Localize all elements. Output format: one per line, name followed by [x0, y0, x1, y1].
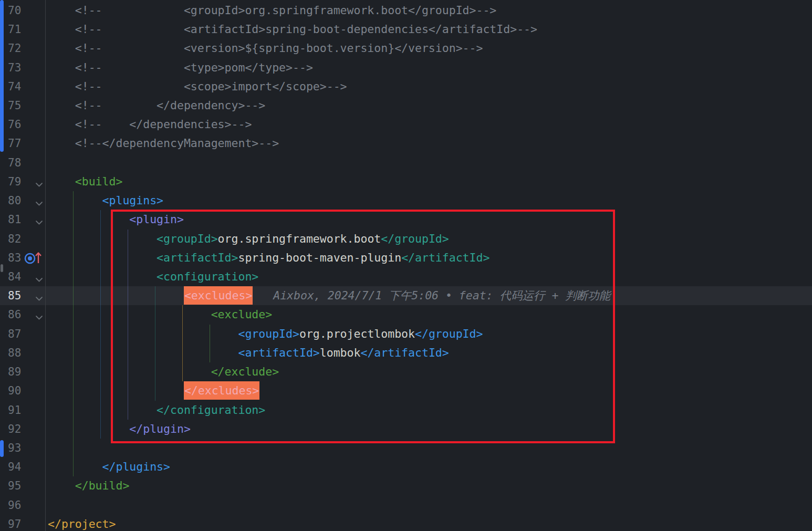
gutter[interactable]: 87: [0, 325, 46, 343]
code-line[interactable]: </exclude>: [48, 362, 279, 381]
gutter[interactable]: 90: [0, 381, 46, 400]
line-number: 77: [8, 134, 21, 153]
line-number: 94: [8, 457, 21, 476]
gutter[interactable]: 74: [0, 77, 46, 96]
editor-row: 90 </excludes>: [0, 381, 812, 400]
code-line[interactable]: <!-- <type>pom</type>-->: [48, 58, 313, 77]
gutter[interactable]: 95: [0, 476, 46, 495]
code-line[interactable]: <excludes> Aixbox, 2024/7/1 下午5:06 • fea…: [48, 286, 610, 305]
fold-chevron-icon[interactable]: [35, 180, 43, 190]
code-line[interactable]: </configuration>: [48, 401, 265, 420]
editor[interactable]: 70 <!-- <groupId>org.springframework.boo…: [0, 0, 812, 531]
gutter[interactable]: 75: [0, 96, 46, 115]
code-token: [48, 365, 211, 378]
gutter[interactable]: 83: [0, 248, 46, 267]
code-token: </plugin>: [129, 422, 191, 435]
gutter[interactable]: 85: [0, 286, 46, 305]
gutter[interactable]: 80: [0, 191, 46, 210]
gutter[interactable]: 94: [0, 457, 46, 476]
code-token: </artifactId>: [360, 346, 449, 359]
code-token: [48, 308, 211, 321]
gutter[interactable]: 82: [0, 230, 46, 248]
line-number: 79: [8, 172, 21, 191]
gutter[interactable]: 96: [0, 496, 46, 515]
code-token: [48, 232, 157, 245]
code-line[interactable]: </build>: [48, 476, 129, 495]
editor-row: 88 <artifactId>lombok</artifactId>: [0, 343, 812, 362]
line-number: 71: [8, 20, 21, 39]
code-line[interactable]: </plugin>: [48, 420, 191, 439]
line-number: 97: [8, 515, 21, 531]
editor-row: 94 </plugins>: [0, 457, 812, 476]
code-token: [48, 403, 157, 417]
code-token: [48, 194, 102, 207]
gutter[interactable]: 79: [0, 172, 46, 191]
gutter[interactable]: 76: [0, 115, 46, 134]
code-line[interactable]: </excludes>: [48, 381, 259, 400]
code-token: <!-- <scope>import</scope>-->: [48, 80, 347, 93]
code-token: <artifactId>: [238, 346, 319, 359]
code-line[interactable]: <groupId>org.projectlombok</groupId>: [48, 325, 483, 343]
code-line[interactable]: </project>: [48, 515, 116, 531]
code-token: <!-- </dependencies>-->: [48, 118, 252, 131]
code-line[interactable]: <!-- <artifactId>spring-boot-dependencie…: [48, 20, 537, 39]
code-line[interactable]: <!-- <version>${spring-boot.version}</ve…: [48, 39, 483, 58]
code-line[interactable]: <artifactId>lombok</artifactId>: [48, 343, 449, 362]
gutter[interactable]: 77: [0, 134, 46, 153]
code-line[interactable]: <!-- </dependencies>-->: [48, 115, 252, 134]
code-line[interactable]: <artifactId>spring-boot-maven-plugin</ar…: [48, 248, 490, 267]
code-token: <!-- </dependency>-->: [48, 99, 265, 112]
gutter[interactable]: 81: [0, 210, 46, 229]
line-number: 95: [8, 476, 21, 495]
gutter[interactable]: 93: [0, 439, 46, 457]
editor-row: 73 <!-- <type>pom</type>-->: [0, 58, 812, 77]
line-number: 80: [8, 191, 21, 210]
code-token: org.projectlombok: [299, 327, 415, 340]
code-line[interactable]: <plugins>: [48, 191, 163, 210]
gutter[interactable]: 73: [0, 58, 46, 77]
line-number: 91: [8, 401, 21, 420]
code-token: lombok: [320, 346, 361, 359]
navigate-up-gutter-icon[interactable]: [23, 248, 44, 269]
gutter[interactable]: 71: [0, 20, 46, 39]
editor-row: 87 <groupId>org.projectlombok</groupId>: [0, 325, 812, 343]
code-line[interactable]: <plugin>: [48, 210, 184, 229]
code-token: </build>: [75, 479, 130, 492]
gutter[interactable]: 88: [0, 343, 46, 362]
gutter[interactable]: 84: [0, 267, 46, 286]
gutter[interactable]: 70: [0, 1, 46, 20]
gutter[interactable]: 91: [0, 401, 46, 420]
code-token: <artifactId>: [157, 251, 238, 264]
code-line[interactable]: </plugins>: [48, 457, 170, 476]
code-token: [48, 251, 157, 264]
gutter[interactable]: 86: [0, 305, 46, 324]
code-line[interactable]: <groupId>org.springframework.boot</group…: [48, 230, 449, 248]
code-line[interactable]: <!-- <groupId>org.springframework.boot</…: [48, 1, 496, 20]
gutter[interactable]: 72: [0, 39, 46, 58]
fold-chevron-icon[interactable]: [35, 199, 43, 209]
code-token: <!-- <type>pom</type>-->: [48, 61, 313, 74]
code-line[interactable]: <!--</dependencyManagement>-->: [48, 134, 279, 153]
code-line[interactable]: <!-- <scope>import</scope>-->: [48, 77, 347, 96]
gutter[interactable]: 92: [0, 420, 46, 439]
fold-chevron-icon[interactable]: [35, 294, 43, 304]
gutter[interactable]: 89: [0, 362, 46, 381]
code-token: [48, 213, 129, 226]
editor-row: 70 <!-- <groupId>org.springframework.boo…: [0, 1, 812, 20]
code-token: </groupId>: [381, 232, 449, 245]
code-line[interactable]: <build>: [48, 172, 122, 191]
code-line[interactable]: <configuration>: [48, 267, 258, 286]
code-token: [48, 460, 102, 473]
gutter[interactable]: 78: [0, 153, 46, 172]
code-line[interactable]: <!-- </dependency>-->: [48, 96, 265, 115]
line-number: 81: [8, 210, 21, 229]
line-number: 84: [8, 267, 21, 286]
fold-chevron-icon[interactable]: [35, 217, 43, 227]
code-line[interactable]: <exclude>: [48, 305, 272, 324]
editor-row: 71 <!-- <artifactId>spring-boot-dependen…: [0, 20, 812, 39]
fold-chevron-icon[interactable]: [35, 313, 43, 322]
gutter[interactable]: 97: [0, 515, 46, 531]
editor-row: 84 <configuration>: [0, 267, 812, 286]
fold-chevron-icon[interactable]: [35, 275, 43, 285]
code-token: </configuration>: [157, 403, 265, 417]
